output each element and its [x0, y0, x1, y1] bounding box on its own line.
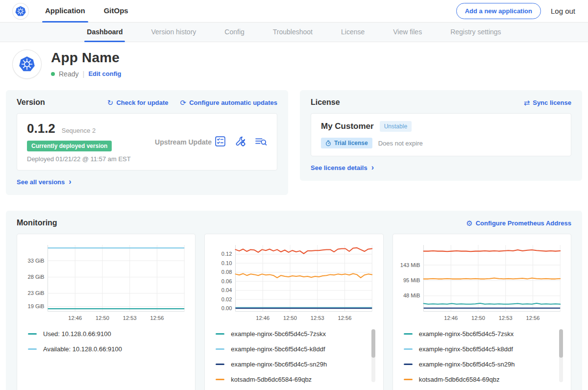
- legend-color-dash: [404, 364, 413, 365]
- logout-button[interactable]: Log out: [551, 7, 575, 15]
- disk-usage-chart-card: 33 GiB28 GiB23 GiB19 GiB12:4612:5012:531…: [17, 234, 196, 390]
- legend-color-dash: [404, 348, 413, 350]
- add-new-application-button[interactable]: Add a new application: [456, 3, 541, 19]
- config-wrench-gear-icon[interactable]: [235, 136, 246, 148]
- svg-text:0.02: 0.02: [221, 296, 232, 302]
- monitoring-title: Monitoring: [17, 219, 57, 227]
- check-for-update-link[interactable]: ↻ Check for update: [107, 99, 169, 106]
- svg-text:12:46: 12:46: [444, 315, 458, 321]
- memory-usage-chart: 143 MiB95 MiB48 MiB12:4612:5012:5312:56: [398, 240, 566, 324]
- refresh-icon: ↻: [107, 99, 114, 106]
- disk-usage-legend: Used: 10.128.0.66:9100Available: 10.128.…: [28, 330, 188, 390]
- legend-label: kotsadm-5db6dc6584-69qbz: [419, 376, 500, 383]
- see-license-details-link[interactable]: See license details›: [311, 163, 374, 172]
- legend-item: Available: 10.128.0.66:9100: [28, 345, 188, 353]
- subnav-tab-troubleshoot[interactable]: Troubleshoot: [259, 23, 327, 42]
- svg-text:143 MiB: 143 MiB: [400, 262, 420, 268]
- legend-label: kotsadm-5db6dc6584-69qbz: [231, 376, 312, 383]
- svg-text:95 MiB: 95 MiB: [403, 277, 420, 283]
- svg-text:12:50: 12:50: [96, 315, 109, 321]
- legend-scrollbar-thumb[interactable]: [371, 329, 375, 358]
- version-card-title: Version: [17, 98, 45, 107]
- chevron-right-icon: ›: [371, 163, 374, 172]
- cpu-usage-chart-card: 0.120.100.080.060.040.020.0012:4612:5012…: [204, 234, 383, 390]
- legend-color-dash: [216, 364, 224, 365]
- svg-text:12:56: 12:56: [526, 315, 539, 321]
- legend-item: example-nginx-5bc6f5d4c5-k8ddf: [404, 345, 564, 353]
- channel-badge: Unstable: [380, 121, 412, 132]
- subnav-tab-config[interactable]: Config: [210, 23, 258, 42]
- legend-scrollbar-thumb[interactable]: [559, 329, 563, 358]
- kubernetes-logo-icon[interactable]: [13, 3, 28, 19]
- divider: |: [82, 70, 84, 78]
- version-card: Version ↻ Check for update ⟳ Configure a…: [6, 90, 288, 195]
- legend-item: example-nginx-5bc6f5d4c5-k8ddf: [216, 345, 376, 353]
- subnav-tab-version-history[interactable]: Version history: [137, 23, 210, 42]
- status-text: Ready: [59, 70, 78, 78]
- status-ready-dot: [51, 72, 55, 76]
- configure-prometheus-link[interactable]: ⚙ Configure Prometheus Address: [466, 219, 571, 227]
- view-logs-icon[interactable]: [255, 136, 267, 148]
- see-all-versions-link[interactable]: See all versions›: [17, 177, 72, 186]
- page-title: App Name: [51, 50, 122, 66]
- svg-text:12:50: 12:50: [471, 315, 485, 321]
- license-type-badge: Trial license: [321, 138, 372, 148]
- legend-item: example-nginx-5bc6f5d4c5-sn29h: [404, 361, 564, 368]
- customer-name: My Customer: [321, 122, 374, 131]
- app-avatar-kubernetes-icon: [13, 50, 41, 78]
- license-info-row: My Customer Unstable Trial license Does …: [311, 113, 571, 156]
- svg-text:0.04: 0.04: [221, 287, 232, 293]
- preflight-checklist-icon[interactable]: [215, 136, 226, 148]
- subnav-tab-dashboard[interactable]: Dashboard: [73, 23, 137, 42]
- version-source-label: Upstream Update: [152, 138, 215, 146]
- subnav-tab-license[interactable]: License: [327, 23, 379, 42]
- app-header: App Name Ready | Edit config: [0, 42, 588, 84]
- currently-deployed-badge: Currently deployed version: [27, 141, 112, 151]
- subnav-tab-view-files[interactable]: View files: [379, 23, 436, 42]
- legend-label: example-nginx-5bc6f5d4c5-sn29h: [231, 361, 327, 368]
- svg-text:12:53: 12:53: [123, 315, 137, 321]
- legend-scrollbar[interactable]: [559, 329, 563, 382]
- gear-icon: ⚙: [466, 219, 472, 227]
- sequence-label: Sequence 2: [62, 127, 96, 134]
- subnav-tab-registry-settings[interactable]: Registry settings: [436, 23, 515, 42]
- legend-label: Used: 10.128.0.66:9100: [43, 330, 111, 338]
- svg-text:48 MiB: 48 MiB: [403, 292, 420, 298]
- svg-text:33 GiB: 33 GiB: [28, 258, 45, 264]
- license-card: License ⇄ Sync license My Customer Unsta…: [300, 90, 582, 181]
- deployed-timestamp: Deployed 01/21/22 @ 11:57 am EST: [27, 155, 152, 163]
- legend-label: example-nginx-5bc6f5d4c5-sn29h: [419, 361, 515, 368]
- svg-text:12:46: 12:46: [68, 315, 82, 321]
- svg-text:23 GiB: 23 GiB: [28, 290, 45, 296]
- stopwatch-icon: [325, 140, 331, 146]
- topnav-tab-gitops[interactable]: GitOps: [104, 0, 128, 23]
- topnav-tabs: ApplicationGitOps: [45, 0, 147, 23]
- svg-text:0.00: 0.00: [221, 305, 232, 311]
- top-navbar: ApplicationGitOps Add a new application …: [0, 0, 588, 23]
- memory-usage-legend: example-nginx-5bc6f5d4c5-7zskxexample-ng…: [404, 330, 564, 390]
- sync-license-link[interactable]: ⇄ Sync license: [524, 99, 571, 106]
- svg-text:0.08: 0.08: [221, 269, 232, 275]
- legend-label: Available: 10.128.0.66:9100: [43, 345, 122, 353]
- edit-config-link[interactable]: Edit config: [88, 70, 121, 77]
- svg-text:12:53: 12:53: [311, 315, 324, 321]
- cpu-usage-legend: example-nginx-5bc6f5d4c5-7zskxexample-ng…: [216, 330, 376, 390]
- legend-color-dash: [216, 379, 224, 380]
- svg-text:12:53: 12:53: [499, 315, 513, 321]
- legend-label: example-nginx-5bc6f5d4c5-k8ddf: [419, 345, 513, 353]
- legend-item: Used: 10.128.0.66:9100: [28, 330, 188, 338]
- configure-automatic-updates-link[interactable]: ⟳ Configure automatic updates: [180, 99, 277, 106]
- svg-text:19 GiB: 19 GiB: [28, 303, 45, 309]
- app-subnav: DashboardVersion historyConfigTroublesho…: [0, 23, 588, 42]
- version-number: 0.1.2: [27, 121, 55, 136]
- svg-text:12:50: 12:50: [283, 315, 297, 321]
- legend-label: example-nginx-5bc6f5d4c5-7zskx: [419, 330, 514, 338]
- legend-item: example-nginx-5bc6f5d4c5-sn29h: [216, 361, 376, 368]
- legend-label: example-nginx-5bc6f5d4c5-7zskx: [231, 330, 326, 338]
- legend-color-dash: [28, 348, 37, 350]
- clock-refresh-icon: ⟳: [180, 99, 187, 106]
- legend-scrollbar[interactable]: [371, 329, 375, 382]
- legend-item: kotsadm-5db6dc6584-69qbz: [216, 376, 376, 383]
- topnav-tab-application[interactable]: Application: [45, 0, 85, 23]
- svg-text:0.12: 0.12: [221, 251, 232, 257]
